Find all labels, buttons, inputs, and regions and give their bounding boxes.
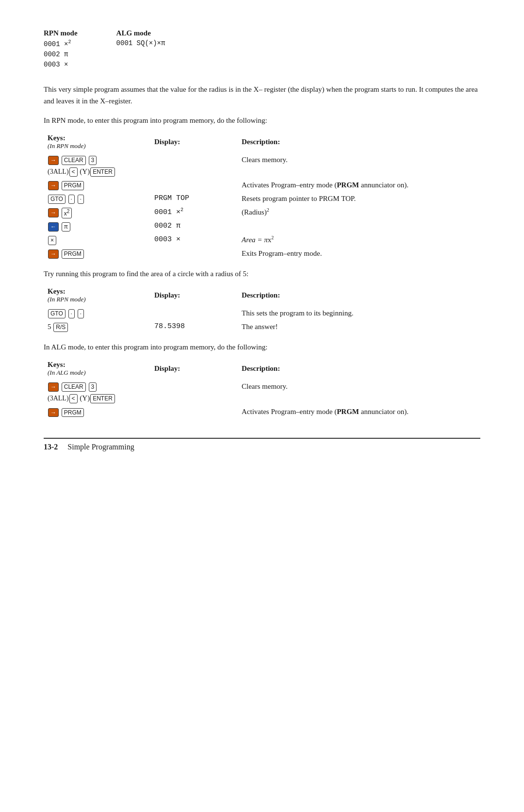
table-row: → CLEAR 3 (3ALL)< (Y)ENTER Clears memory… (44, 380, 480, 405)
dot-key1[interactable]: · (68, 195, 75, 204)
table-row: GTO · · PRGM TOP Resets program pointer … (44, 192, 480, 205)
rpn-mode-title: RPN mode (44, 29, 78, 37)
table1-row4-desc: (Radius)2 (238, 205, 480, 219)
multiply-key[interactable]: × (48, 236, 56, 245)
3-key[interactable]: 3 (89, 156, 97, 165)
table1-display-header: Display: (150, 133, 238, 153)
table-row: → x2 0001 ×2 (Radius)2 (44, 205, 480, 219)
table2-row2-keys: 5 R/S (44, 320, 150, 333)
table-row: → PRGM Activates Program–entry mode (PRG… (44, 405, 480, 418)
table-row: ← π 0002 π (44, 219, 480, 233)
table1-row7-desc: Exits Program–entry mode. (238, 247, 480, 260)
table-row: → CLEAR 3 (3ALL)< (Y)ENTER Clears memory… (44, 153, 480, 178)
table1-row7-keys: → PRGM (44, 247, 150, 260)
table2-row1-desc: This sets the program to its beginning. (238, 306, 480, 320)
table1-row4-display: 0001 ×2 (150, 205, 238, 219)
table1-row1-keys: → CLEAR 3 (3ALL)< (Y)ENTER (44, 153, 150, 178)
enter-key2[interactable]: ENTER (90, 394, 115, 403)
clear-key2[interactable]: CLEAR (62, 382, 86, 392)
dot-key4[interactable]: · (78, 309, 84, 318)
gto-key2[interactable]: GTO (48, 309, 66, 318)
rpn-line-1: 0001 ×2 (44, 38, 78, 50)
prgm-key2[interactable]: PRGM (62, 249, 84, 259)
footer-number: 13-2 (44, 443, 58, 451)
shift-key-orange[interactable]: → (48, 156, 59, 165)
gto-key[interactable]: GTO (48, 195, 66, 204)
pi-key[interactable]: π (62, 222, 70, 232)
section3-intro: In ALG mode, to enter this program into … (44, 341, 480, 353)
table1-row3-keys: GTO · · (44, 192, 150, 205)
table3-row1-keys: → CLEAR 3 (3ALL)< (Y)ENTER (44, 380, 150, 405)
shift-key-orange3[interactable]: → (48, 208, 59, 217)
table2-row1-keys: GTO · · (44, 306, 150, 320)
shift-key-orange2[interactable]: → (48, 181, 59, 190)
clear-key[interactable]: CLEAR (62, 156, 86, 165)
alg-line-1: 0001 SQ(×)×π (116, 38, 165, 49)
table-row: → PRGM Activates Program–entry mode (PRG… (44, 178, 480, 192)
alg-mode-title: ALG mode (116, 29, 165, 37)
table3: Keys: (In ALG mode) Display: Description… (44, 360, 480, 418)
table1-row6-desc: Area = πx2 (238, 233, 480, 247)
prgm-key3[interactable]: PRGM (62, 408, 84, 417)
left-key2[interactable]: < (69, 394, 78, 403)
left-key[interactable]: < (69, 167, 78, 177)
table2-row2-display: 78.5398 (150, 320, 238, 333)
section1-intro: In RPN mode, to enter this program into … (44, 115, 480, 126)
table1-row1-desc: Clears memory. (238, 153, 480, 178)
table3-row2-keys: → PRGM (44, 405, 150, 418)
rpn-line-3: 0003 × (44, 60, 78, 70)
table1-keys-header: Keys: (In RPN mode) (44, 133, 150, 153)
table1: Keys: (In RPN mode) Display: Description… (44, 133, 480, 260)
alg-mode-col: ALG mode 0001 SQ(×)×π (116, 29, 165, 70)
table-row: GTO · · This sets the program to its beg… (44, 306, 480, 320)
table3-row2-desc: Activates Program–entry mode (PRGM annun… (238, 405, 480, 418)
table1-row1-display (150, 153, 238, 178)
page-content: RPN mode 0001 ×2 0002 π 0003 × ALG mode … (44, 29, 480, 451)
rpn-line-2: 0002 π (44, 50, 78, 60)
table1-row6-display: 0003 × (150, 233, 238, 247)
prgm-key[interactable]: PRGM (62, 181, 84, 190)
enter-key[interactable]: ENTER (90, 167, 115, 177)
body-text-1: This very simple program assumes that th… (44, 83, 480, 107)
table1-row3-desc: Resets program pointer to PRGM TOP. (238, 192, 480, 205)
3-key2[interactable]: 3 (89, 382, 97, 392)
table-row: × 0003 × Area = πx2 (44, 233, 480, 247)
table1-row2-desc: Activates Program–entry mode (PRGM annun… (238, 178, 480, 192)
table1-row6-keys: × (44, 233, 150, 247)
rs-key[interactable]: R/S (53, 323, 68, 332)
table2-display-header: Display: (150, 286, 238, 306)
table3-display-header: Display: (150, 360, 238, 380)
mode-columns: RPN mode 0001 ×2 0002 π 0003 × ALG mode … (44, 29, 480, 70)
table-row: → PRGM Exits Program–entry mode. (44, 247, 480, 260)
table1-row5-desc (238, 219, 480, 233)
table1-row7-display (150, 247, 238, 260)
table1-row5-display: 0002 π (150, 219, 238, 233)
table1-row2-display (150, 178, 238, 192)
table3-row2-display (150, 405, 238, 418)
table3-desc-header: Description: (238, 360, 480, 380)
shift-key-blue[interactable]: ← (48, 222, 59, 232)
dot-key2[interactable]: · (78, 195, 84, 204)
table1-row4-keys: → x2 (44, 205, 150, 219)
table3-keys-header: Keys: (In ALG mode) (44, 360, 150, 380)
page-footer: 13-2 Simple Programming (44, 438, 480, 451)
dot-key3[interactable]: · (68, 309, 75, 318)
xsquared-key[interactable]: x2 (62, 208, 72, 218)
table1-row3-display: PRGM TOP (150, 192, 238, 205)
shift-key-orange5[interactable]: → (48, 382, 59, 392)
shift-key-orange4[interactable]: → (48, 249, 59, 259)
table1-desc-header: Description: (238, 133, 480, 153)
table1-row5-keys: ← π (44, 219, 150, 233)
rpn-mode-col: RPN mode 0001 ×2 0002 π 0003 × (44, 29, 78, 70)
table2-row1-display (150, 306, 238, 320)
table2-row2-desc: The answer! (238, 320, 480, 333)
table2-desc-header: Description: (238, 286, 480, 306)
table2: Keys: (In RPN mode) Display: Description… (44, 286, 480, 333)
table-row: 5 R/S 78.5398 The answer! (44, 320, 480, 333)
table3-row1-desc: Clears memory. (238, 380, 480, 405)
footer-title: Simple Programming (67, 443, 134, 451)
table3-row1-display (150, 380, 238, 405)
shift-key-orange6[interactable]: → (48, 408, 59, 417)
table2-keys-header: Keys: (In RPN mode) (44, 286, 150, 306)
section2-intro: Try running this program to find the are… (44, 268, 480, 280)
